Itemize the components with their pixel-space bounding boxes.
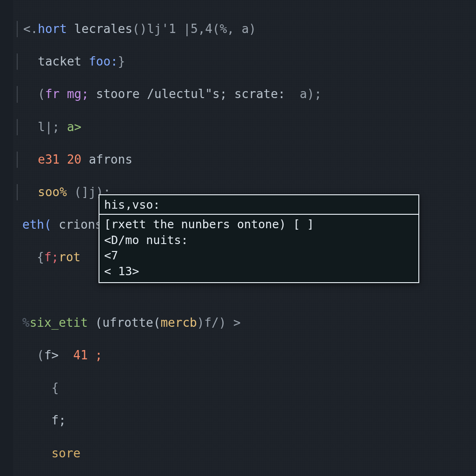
popup-item[interactable]: <7 xyxy=(104,248,414,264)
code-line[interactable]: <.hort lecrales()lj'1 |5,4(%, a) xyxy=(17,21,472,37)
code-line[interactable]: tacket foo:} xyxy=(17,53,472,70)
code-line[interactable]: f; xyxy=(17,412,472,429)
popup-header: his,vso: xyxy=(99,195,418,215)
popup-item[interactable]: [rxett the nunbers ontone) [ ] xyxy=(104,217,414,232)
code-line[interactable]: { xyxy=(17,380,472,396)
popup-item[interactable]: < 13> xyxy=(104,264,414,279)
code-line[interactable]: %six_etit (ufrotte(mercb)f/) > xyxy=(17,315,472,331)
popup-item[interactable]: <D/mo nuits: xyxy=(104,232,414,248)
code-line[interactable]: e31 20 afrons xyxy=(17,152,472,168)
code-line[interactable]: l|; a> xyxy=(17,119,472,135)
completion-popup[interactable]: his,vso: [rxett the nunbers ontone) [ ] … xyxy=(99,194,419,283)
code-line[interactable]: (fr mg; stoore /ulectul"s; scrate: a); xyxy=(17,86,472,102)
code-line xyxy=(17,282,472,298)
code-line[interactable]: (f> 41 ; xyxy=(17,347,472,364)
popup-body[interactable]: [rxett the nunbers ontone) [ ] <D/mo nui… xyxy=(99,215,418,282)
code-line[interactable]: sore xyxy=(17,445,472,462)
editor-gutter xyxy=(0,0,14,476)
